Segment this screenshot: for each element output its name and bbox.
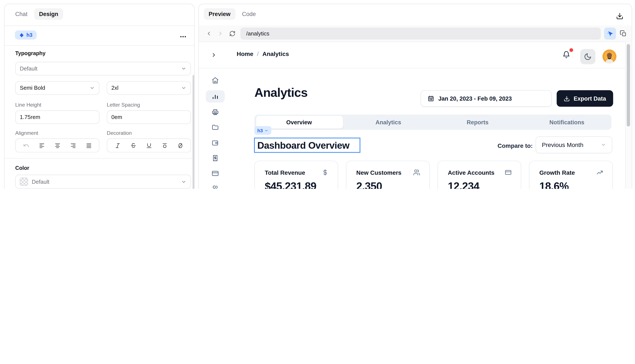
sidebar-item-analytics[interactable] [206,90,225,102]
wallet-icon [211,139,219,147]
preview-panel: Preview Code /analytics Home / Ana [198,4,632,189]
clear-format-icon[interactable] [177,142,183,148]
folder-icon [211,124,219,131]
notifications-bell-icon[interactable] [562,51,570,58]
export-data-button[interactable]: Export Data [557,90,613,106]
chevron-down-icon [601,142,606,148]
home-icon [211,77,219,84]
fullscreen-icon[interactable] [631,30,632,37]
sidebar-toggle-icon[interactable] [211,52,217,58]
compare-select[interactable]: Previous Month [536,136,612,153]
color-heading: Color [15,165,29,171]
preview-scrollbar-track[interactable] [625,42,632,189]
letter-spacing-label: Letter Spacing [107,102,140,108]
cursor-icon [607,30,613,37]
line-height-label: Line Height [15,102,41,108]
printer-icon [211,108,219,116]
sidebar-item-wallet[interactable] [206,137,225,149]
align-justify-icon[interactable] [86,142,92,148]
url-input[interactable]: /analytics [240,28,601,40]
nav-back-icon[interactable] [206,30,212,37]
breadcrumb: Home / Analytics [237,51,289,57]
preview-scrollbar-thumb[interactable] [627,44,630,126]
diamond-icon [19,32,24,38]
sidebar-item-receipts[interactable] [206,152,225,164]
section-title: Dashboard Overview [257,140,349,151]
receipt-icon [211,154,219,162]
app-header: Home / Analytics [199,42,632,68]
sidebar-item-home[interactable] [206,74,225,86]
date-range-button[interactable]: Jan 20, 2023 - Feb 09, 2023 [421,90,552,106]
tab-preview[interactable]: Preview [204,8,235,20]
decoration-toolbar [107,138,191,152]
trending-up-icon [596,169,603,176]
tab-design[interactable]: Design [34,8,63,20]
design-panel: Chat Design h3 Typography Default Semi B… [4,4,195,189]
chevron-down-icon [264,128,268,132]
divider [5,26,194,26]
alignment-toolbar [15,138,99,152]
line-height-input[interactable]: 1.75rem [15,110,99,124]
align-center-icon[interactable] [54,142,61,148]
chevron-down-icon [181,85,186,90]
copy-icon[interactable] [620,30,627,37]
selected-element-badge[interactable]: h3 [15,30,36,40]
inspect-mode-button[interactable] [604,28,616,40]
decoration-label: Decoration [107,130,132,136]
credit-card-icon [211,170,219,177]
overline-icon[interactable] [161,142,168,148]
breadcrumb-home[interactable]: Home [237,51,253,57]
element-menu-button[interactable] [179,33,187,40]
users-icon [211,185,219,189]
selection-tag[interactable]: h3 [254,126,271,134]
avatar[interactable] [602,49,617,64]
font-select[interactable]: Default [15,62,191,76]
tab-chat[interactable]: Chat [10,8,32,20]
tab-notifications[interactable]: Notifications [522,119,612,126]
download-icon[interactable] [616,12,623,20]
divider [5,45,194,46]
dashboard-tabs: Overview Analytics Reports Notifications [254,114,611,130]
nav-forward-icon[interactable] [217,30,223,37]
strikethrough-icon[interactable] [130,142,136,148]
color-select[interactable]: Default [15,175,191,189]
stat-card-active-accounts: Active Accounts 12,234 +19% from last mo… [437,161,521,189]
left-panel-scrollbar[interactable] [193,75,195,189]
users-icon [413,169,420,176]
letter-spacing-input[interactable]: 0em [107,110,191,124]
sidebar-item-invoices[interactable] [206,106,225,118]
transparent-swatch-icon [20,178,28,186]
tab-overview[interactable]: Overview [254,119,344,126]
underline-icon[interactable] [146,142,152,148]
stat-card-total-revenue: Total Revenue $45,231.89 +20.1% from las… [254,161,338,189]
sidebar-item-users[interactable] [206,182,225,189]
align-right-icon[interactable] [70,142,76,148]
italic-icon[interactable] [114,142,121,148]
alignment-label: Alignment [15,130,38,136]
chevron-down-icon [181,66,186,71]
calendar-icon [428,95,434,102]
tab-analytics[interactable]: Analytics [344,119,433,126]
align-left-icon[interactable] [39,142,45,148]
download-icon [564,95,570,102]
selected-heading-outline[interactable]: Dashboard Overview [254,138,361,153]
sidebar-item-cards[interactable] [206,167,225,180]
bar-chart-icon [211,93,219,100]
tab-code[interactable]: Code [237,8,261,20]
refresh-icon[interactable] [229,30,235,37]
page-title: Analytics [254,86,308,100]
breadcrumb-current: Analytics [262,51,289,57]
font-weight-select[interactable]: Semi Bold [15,81,99,95]
chevron-down-icon [89,85,95,90]
compare-label: Compare to: [487,142,533,149]
font-size-select[interactable]: 2xl [107,81,191,95]
divider [5,158,194,159]
theme-toggle-button[interactable] [580,49,595,64]
credit-card-icon [505,169,512,176]
tab-reports[interactable]: Reports [433,119,522,126]
sidebar-item-files[interactable] [206,121,225,134]
moon-icon [584,53,592,61]
v0-workspace: Chat Design h3 Typography Default Semi B… [0,0,635,189]
undo-icon[interactable] [23,142,29,148]
stat-card-new-customers: New Customers 2,350 +180.1% from last mo… [346,161,430,189]
